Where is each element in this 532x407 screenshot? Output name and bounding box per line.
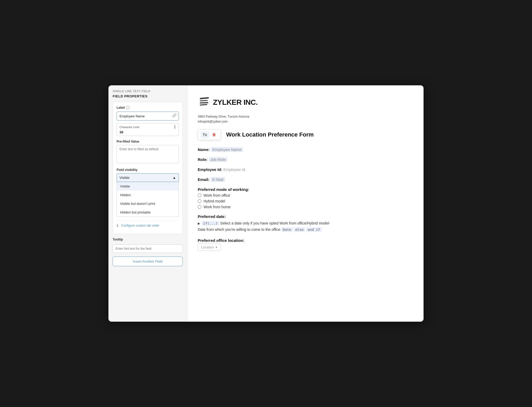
radio-work-from-office: Work from office: [198, 193, 413, 197]
panel-subtitle: FIELD PROPERTIES: [113, 94, 183, 98]
location-dropdown-btn[interactable]: Location ▾: [198, 244, 221, 251]
svg-rect-2: [200, 102, 208, 103]
form-field-name: Name: Employee Name: [198, 147, 413, 152]
office-location-label: Preferred office location:: [198, 238, 413, 243]
configure-tab-order-link[interactable]: Configure custom tab order: [121, 224, 159, 227]
info-icon[interactable]: i: [126, 106, 130, 109]
visibility-selected-value: Visible: [119, 176, 129, 180]
char-limit-value: 30: [117, 130, 179, 136]
radio-circle-home: [198, 205, 201, 209]
radio-label-office: Work from office: [204, 193, 230, 197]
company-logo: ZYLKER INC.: [198, 96, 258, 109]
tab-order-number: 1: [117, 223, 118, 227]
panel-title: SINGLE LINE TEXT FIELD: [113, 90, 183, 93]
tooltip-label: Tooltip: [113, 238, 183, 241]
tab-order-row: 1 Configure custom tab order: [117, 221, 179, 230]
company-address: 3983 Parkway Drive, Tucson Arizona infos…: [198, 114, 413, 124]
name-label: Name:: [198, 147, 211, 152]
role-value: Job Role: [209, 157, 227, 162]
form-field-role: Role: Job Role: [198, 157, 413, 162]
left-panel: SINGLE LINE TEXT FIELD FIELD PROPERTIES …: [108, 85, 187, 322]
conditional-text: Select a date only if you have opted Wor…: [220, 221, 330, 225]
email-value: E-Mail: [211, 177, 225, 182]
char-limit-wrapper: Character Limit: ▲ ▼ 30: [117, 123, 179, 136]
label-row: Label i: [117, 106, 179, 109]
visibility-select-btn[interactable]: Visible ▲: [117, 173, 179, 182]
visibility-select-wrapper: Visible ▲ Visible Hidden Visible but doe…: [117, 173, 179, 217]
name-value: Employee Name: [211, 147, 243, 152]
dropdown-item-visible[interactable]: Visible: [117, 182, 179, 191]
date-text: Date from which you're willing to come t…: [198, 227, 281, 232]
char-limit-label: Character Limit:: [119, 126, 140, 129]
role-label: Role:: [198, 157, 209, 162]
radio-label-hybrid: Hybrid model: [204, 199, 225, 203]
office-location-section: Preferred office location: Location ▾: [198, 238, 413, 251]
radio-label-home: Work from home: [204, 205, 231, 209]
working-mode-label: Preferred mode of working:: [198, 187, 413, 192]
preferred-date-label: Preferred date:: [198, 214, 413, 219]
radio-circle-office: [198, 194, 201, 197]
insert-another-field-button[interactable]: Insert Another Field: [113, 257, 183, 266]
working-mode-section: Preferred mode of working: Work from off…: [198, 187, 413, 209]
tooltip-input[interactable]: [113, 244, 183, 253]
endif-code-tag: end if: [306, 227, 322, 232]
right-panel: ZYLKER INC. 3983 Parkway Drive, Tucson A…: [187, 85, 424, 322]
properties-card: Label i Character Limit: ▲: [113, 102, 183, 234]
form-title-area: Tx 🗑 Work Location Preference Form: [198, 129, 413, 140]
if-code-tag: if(...): [202, 221, 219, 226]
dropdown-item-hidden-printable[interactable]: Hidden but printable: [117, 208, 179, 217]
radio-group: Work from office Hybrid model Work from …: [198, 193, 413, 209]
preferred-date-section: Preferred date: ▶ if(...) Select a date …: [198, 214, 413, 233]
char-limit-down[interactable]: ▼: [174, 127, 176, 129]
visibility-dropdown: Visible Hidden Visible but doesn't print…: [117, 182, 179, 217]
svg-rect-1: [200, 100, 208, 101]
form-field-employee-id: Employee Id: Employee Id: [198, 167, 413, 172]
label-input[interactable]: [117, 112, 170, 120]
radio-hybrid: Hybrid model: [198, 199, 413, 203]
location-dropdown-text: Location: [201, 245, 214, 249]
svg-rect-3: [200, 104, 207, 106]
if-arrow-icon: ▶: [198, 222, 200, 225]
company-header: ZYLKER INC.: [198, 96, 413, 109]
dropdown-item-visible-no-print[interactable]: Visible but doesn't print: [117, 199, 179, 208]
label-section-title: Label: [117, 106, 125, 109]
link-icon[interactable]: [170, 112, 179, 120]
date-code-tag: Date: [281, 227, 293, 232]
company-name: ZYLKER INC.: [213, 98, 258, 107]
radio-circle-hybrid: [198, 199, 201, 203]
label-input-wrapper: [117, 112, 179, 121]
date-second-line: Date from which you're willing to come t…: [198, 227, 413, 233]
company-logo-icon: [198, 96, 211, 109]
form-main-title: Work Location Preference Form: [226, 131, 314, 138]
visibility-section-label: Field visibility: [117, 168, 179, 172]
tooltip-section: Tooltip: [113, 238, 183, 253]
else-code-tag: else: [294, 227, 305, 232]
email-label: Email:: [198, 177, 211, 182]
employee-id-value: Employee Id: [223, 167, 245, 172]
location-chevron-icon: ▾: [216, 245, 217, 249]
toolbar-popup: Tx 🗑: [198, 129, 221, 140]
form-field-email: Email: E-Mail: [198, 177, 413, 182]
chevron-up-icon: ▲: [173, 176, 176, 180]
delete-button[interactable]: 🗑: [210, 131, 218, 138]
dropdown-item-hidden[interactable]: Hidden: [117, 191, 179, 199]
prefilled-textarea[interactable]: [117, 145, 179, 163]
char-limit-up[interactable]: ▲: [174, 125, 176, 127]
svg-rect-0: [200, 97, 209, 99]
text-format-button[interactable]: Tx: [201, 131, 209, 138]
date-conditional: ▶ if(...) Select a date only if you have…: [198, 220, 413, 227]
prefilled-section-label: Pre-filled Value: [117, 140, 179, 143]
radio-work-from-home: Work from home: [198, 205, 413, 209]
char-limit-arrows[interactable]: ▲ ▼: [174, 125, 176, 129]
employee-id-label: Employee Id:: [198, 167, 223, 172]
